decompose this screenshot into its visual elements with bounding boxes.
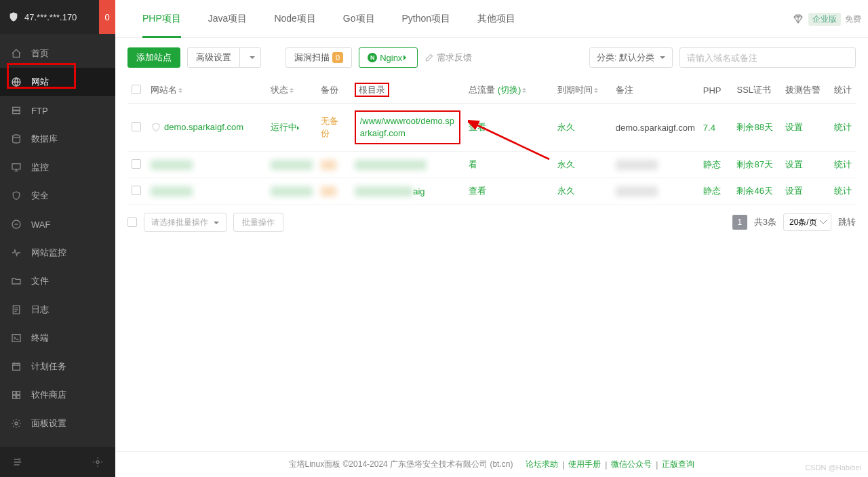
view-link[interactable]: 查看 xyxy=(469,186,486,196)
footer-link-genuine[interactable]: 正版查询 xyxy=(662,459,694,470)
th-dial-alert[interactable]: 拨测告警 xyxy=(781,77,830,104)
th-expiry[interactable]: 到期时间 xyxy=(557,85,593,95)
nav-site-monitor[interactable]: 网站监控 xyxy=(0,239,115,267)
nav-ftp[interactable]: FTP xyxy=(0,96,115,125)
vuln-count-badge: 0 xyxy=(332,52,343,63)
th-status[interactable]: 状态 xyxy=(271,85,288,95)
row-checkbox[interactable] xyxy=(132,186,141,195)
row-checkbox[interactable] xyxy=(132,122,141,131)
th-backup[interactable]: 备份 xyxy=(317,77,351,104)
sort-icon[interactable] xyxy=(522,86,526,95)
nav-security[interactable]: 安全 xyxy=(0,182,115,210)
expiry-text[interactable]: 永久 xyxy=(557,122,575,132)
nav-database[interactable]: 数据库 xyxy=(0,125,115,153)
per-page-select[interactable]: 20条/页 xyxy=(783,213,831,231)
nav-panel-settings-label: 面板设置 xyxy=(31,417,66,430)
batch-button[interactable]: 批量操作 xyxy=(233,213,283,232)
nav-home[interactable]: 首页 xyxy=(0,39,115,68)
stats-link[interactable]: 统计 xyxy=(834,159,852,169)
footer-link-manual[interactable]: 使用手册 xyxy=(568,459,601,470)
gear-icon[interactable] xyxy=(92,457,103,468)
feedback-label: 需求反馈 xyxy=(437,51,472,64)
th-ssl[interactable]: SSL证书 xyxy=(732,77,781,104)
nav-terminal[interactable]: 终端 xyxy=(0,324,115,352)
enterprise-badge[interactable]: 企业版 xyxy=(808,13,841,26)
view-link[interactable]: 看 xyxy=(469,159,477,169)
php-link[interactable]: 静态 xyxy=(703,186,721,196)
stats-link[interactable]: 统计 xyxy=(834,122,852,132)
sort-icon[interactable] xyxy=(290,86,294,95)
root-dir-link[interactable]: /www/wwwroot/demo.sparkaigf.com xyxy=(360,116,454,138)
th-remark[interactable]: 备注 xyxy=(612,77,699,104)
tab-other[interactable]: 其他项目 xyxy=(464,0,529,38)
nav-monitor-label: 监控 xyxy=(31,161,49,173)
tab-python[interactable]: Python项目 xyxy=(389,0,465,38)
php-link[interactable]: 静态 xyxy=(703,159,721,169)
tab-java[interactable]: Java项目 xyxy=(195,0,261,38)
add-site-button[interactable]: 添加站点 xyxy=(127,47,180,68)
settings-link[interactable]: 设置 xyxy=(785,186,803,196)
nav-store-label: 软件商店 xyxy=(31,389,66,401)
batch-select[interactable]: 请选择批量操作 xyxy=(144,213,226,232)
annotation-redbox-rootdir: /www/wwwroot/demo.sparkaigf.com xyxy=(355,110,461,144)
remark-text[interactable]: demo.sparkaigf.com xyxy=(612,104,699,152)
ssl-link[interactable]: 剩余46天 xyxy=(736,186,772,196)
notification-badge[interactable]: 0 xyxy=(99,0,115,34)
advanced-button[interactable]: 高级设置 xyxy=(187,47,240,68)
footer-link-forum[interactable]: 论坛求助 xyxy=(526,459,558,470)
svg-rect-7 xyxy=(12,335,20,342)
nav-waf[interactable]: WAF xyxy=(0,210,115,239)
sidebar-nav: 首页 网站 FTP 数据库 监控 安全 WAF 网站监控 文件 日志 终端 计划… xyxy=(0,34,115,438)
traffic-switch-link[interactable]: (切换) xyxy=(498,85,521,95)
site-name-link[interactable]: demo.sparkaigf.com xyxy=(164,122,243,132)
svg-rect-4 xyxy=(12,164,20,169)
ssl-link[interactable]: 剩余87天 xyxy=(736,159,772,169)
expiry-text[interactable]: 永久 xyxy=(557,159,575,169)
nav-files[interactable]: 文件 xyxy=(0,267,115,295)
batch-checkbox[interactable] xyxy=(127,217,137,227)
row-checkbox[interactable] xyxy=(132,159,141,169)
jump-label[interactable]: 跳转 xyxy=(838,216,856,228)
th-site-name[interactable]: 网站名 xyxy=(151,85,177,95)
th-root-dir[interactable]: 根目录 xyxy=(359,85,385,95)
tab-go[interactable]: Go项目 xyxy=(330,0,389,38)
tab-php[interactable]: PHP项目 xyxy=(129,0,195,38)
search-input[interactable] xyxy=(679,47,856,68)
stats-link[interactable]: 统计 xyxy=(834,186,852,196)
footer-link-wechat[interactable]: 微信公众号 xyxy=(611,459,652,470)
nav-cron[interactable]: 计划任务 xyxy=(0,352,115,381)
settings-link[interactable]: 设置 xyxy=(785,122,803,132)
sort-icon[interactable] xyxy=(594,86,598,95)
advanced-chevron[interactable] xyxy=(240,47,261,68)
nav-monitor[interactable]: 监控 xyxy=(0,153,115,182)
nav-waf-label: WAF xyxy=(31,220,50,230)
nginx-button[interactable]: NNginx xyxy=(359,47,418,68)
project-tabs: PHP项目 Java项目 Node项目 Go项目 Python项目 其他项目 企… xyxy=(115,0,868,38)
backup-link[interactable]: 无备份 xyxy=(321,116,338,138)
nav-store[interactable]: 软件商店 xyxy=(0,381,115,409)
th-php[interactable]: PHP xyxy=(699,77,733,104)
edit-icon xyxy=(425,53,434,62)
collapse-icon[interactable] xyxy=(12,457,23,468)
ssl-link[interactable]: 剩余88天 xyxy=(736,122,772,132)
select-all-checkbox[interactable] xyxy=(132,85,141,94)
th-traffic[interactable]: 总流量 xyxy=(469,85,495,95)
settings-link[interactable]: 设置 xyxy=(785,159,803,169)
tab-node[interactable]: Node项目 xyxy=(260,0,329,38)
th-stats[interactable]: 统计 xyxy=(830,77,856,104)
svg-point-3 xyxy=(13,135,20,138)
sort-icon[interactable] xyxy=(178,86,182,95)
nav-panel-settings[interactable]: 面板设置 xyxy=(0,409,115,438)
expiry-text[interactable]: 永久 xyxy=(557,186,575,196)
category-select[interactable]: 分类: 默认分类 xyxy=(589,47,673,68)
redacted: x xyxy=(271,186,313,196)
feedback-link[interactable]: 需求反馈 xyxy=(425,51,472,64)
vuln-scan-label: 漏洞扫描 xyxy=(294,51,330,64)
vuln-scan-button[interactable]: 漏洞扫描0 xyxy=(285,47,352,68)
nav-website[interactable]: 网站 xyxy=(0,68,115,96)
status-text[interactable]: 运行中 xyxy=(271,122,297,132)
php-link[interactable]: 7.4 xyxy=(703,123,715,133)
page-number[interactable]: 1 xyxy=(732,215,747,230)
nav-logs[interactable]: 日志 xyxy=(0,295,115,324)
view-link[interactable]: 查看 xyxy=(469,122,486,132)
